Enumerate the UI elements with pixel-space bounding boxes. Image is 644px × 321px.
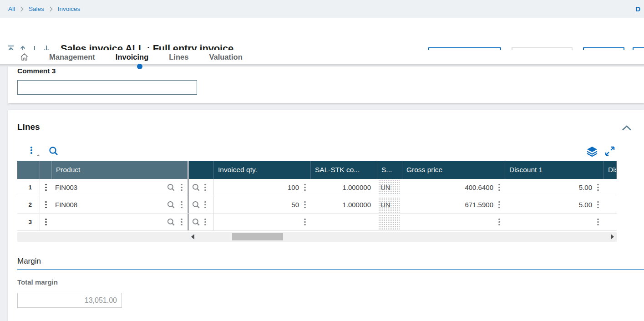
breadcrumb-item-sales[interactable]: Sales bbox=[29, 5, 44, 12]
invoiced-qty-cell[interactable]: 50 bbox=[214, 196, 311, 213]
col-header-discount2-label: Dis bbox=[604, 166, 617, 174]
cell-menu-icon[interactable] bbox=[204, 219, 206, 226]
comment3-input[interactable] bbox=[17, 80, 197, 95]
col-header-rownum[interactable] bbox=[17, 161, 40, 179]
row-number[interactable]: 3 bbox=[17, 214, 40, 230]
scrollbar-thumb[interactable] bbox=[232, 233, 283, 240]
sales-unit-value bbox=[378, 214, 401, 230]
cell-menu-icon[interactable] bbox=[181, 219, 183, 226]
grid-row-2: 2 FIN008 50 1.000000 bbox=[17, 196, 617, 214]
action-cell[interactable] bbox=[189, 179, 214, 196]
lines-panel: Lines Product bbox=[8, 110, 644, 321]
product-cell[interactable] bbox=[52, 214, 188, 230]
discount2-cell-cut bbox=[604, 196, 617, 213]
cell-menu-icon[interactable] bbox=[597, 184, 599, 191]
col-header-gross-price[interactable]: Gross price bbox=[402, 161, 505, 179]
col-header-sal-stk[interactable]: SAL-STK co... bbox=[311, 161, 377, 179]
row-menu-icon[interactable] bbox=[40, 196, 52, 213]
col-header-action[interactable] bbox=[189, 161, 214, 179]
breadcrumb-right-text[interactable]: D bbox=[635, 5, 640, 13]
action-cell[interactable] bbox=[189, 214, 214, 230]
cell-menu-icon[interactable] bbox=[181, 184, 183, 191]
sal-stk-conv-cell[interactable]: 1.000000 bbox=[311, 196, 377, 213]
row-menu-icon[interactable] bbox=[40, 179, 52, 196]
product-cell[interactable]: FIN008 bbox=[52, 196, 188, 213]
cell-menu-icon[interactable] bbox=[304, 201, 306, 209]
collapse-section-icon[interactable] bbox=[622, 125, 632, 131]
cell-menu-icon[interactable] bbox=[498, 201, 500, 209]
lines-section-title: Lines bbox=[17, 122, 40, 132]
tab-lines[interactable]: Lines bbox=[169, 53, 188, 61]
discount1-cell[interactable]: 5.00 bbox=[505, 179, 604, 196]
product-value: FIN003 bbox=[52, 183, 167, 191]
product-lookup-icon[interactable] bbox=[167, 218, 176, 227]
chevron-right-icon bbox=[20, 6, 24, 12]
product-lookup-icon[interactable] bbox=[167, 183, 176, 192]
sal-stk-conv-cell[interactable]: 1.000000 bbox=[311, 179, 377, 196]
margin-section-title: Margin bbox=[17, 257, 41, 266]
margin-section-divider bbox=[17, 269, 644, 270]
total-margin-label: Total margin bbox=[17, 278, 58, 286]
gross-price-cell[interactable]: 400.6400 bbox=[402, 179, 505, 196]
grid-horizontal-scrollbar[interactable] bbox=[17, 232, 617, 242]
breadcrumb: All Sales Invoices D bbox=[0, 0, 644, 18]
gross-price-cell[interactable] bbox=[402, 214, 505, 230]
cell-menu-icon[interactable] bbox=[597, 201, 599, 209]
grid-menu-icon[interactable] bbox=[30, 147, 32, 154]
product-cell[interactable]: FIN003 bbox=[52, 179, 188, 196]
cell-menu-icon[interactable] bbox=[304, 219, 306, 226]
lookup-icon[interactable] bbox=[192, 218, 201, 227]
tab-management[interactable]: Management bbox=[49, 53, 95, 61]
invoiced-qty-cell[interactable]: 100 bbox=[214, 179, 311, 196]
col-header-invoiced-qty-label: Invoiced qty. bbox=[214, 166, 257, 174]
sales-unit-cell: UN bbox=[377, 196, 402, 213]
sales-unit-cell: UN bbox=[377, 179, 402, 196]
sales-unit-value: UN bbox=[378, 180, 401, 195]
discount1-cell[interactable] bbox=[505, 214, 604, 230]
chevron-right-icon bbox=[49, 6, 53, 12]
row-menu-icon[interactable] bbox=[40, 214, 52, 230]
cell-menu-icon[interactable] bbox=[498, 219, 500, 226]
discount1-cell[interactable]: 5.00 bbox=[505, 196, 604, 213]
product-lookup-icon[interactable] bbox=[167, 200, 176, 209]
col-header-gross-price-label: Gross price bbox=[402, 166, 442, 174]
grid-fullscreen-icon[interactable] bbox=[604, 146, 615, 157]
lookup-icon[interactable] bbox=[192, 200, 201, 209]
col-header-discount1[interactable]: Discount 1 bbox=[505, 161, 604, 179]
action-cell[interactable] bbox=[189, 196, 214, 213]
cell-menu-icon[interactable] bbox=[204, 184, 206, 191]
col-header-handle[interactable] bbox=[40, 161, 52, 179]
col-header-discount1-label: Discount 1 bbox=[505, 166, 543, 174]
col-header-invoiced-qty[interactable]: Invoiced qty. bbox=[214, 161, 311, 179]
cell-menu-icon[interactable] bbox=[597, 219, 599, 226]
sales-unit-cell bbox=[377, 214, 402, 230]
gross-price-cell[interactable]: 671.5900 bbox=[402, 196, 505, 213]
lookup-icon[interactable] bbox=[192, 183, 201, 192]
tab-valuation[interactable]: Valuation bbox=[209, 53, 242, 61]
tab-invoicing[interactable]: Invoicing bbox=[116, 53, 148, 61]
breadcrumb-item-invoices[interactable]: Invoices bbox=[58, 5, 81, 12]
breadcrumb-item-all[interactable]: All bbox=[8, 5, 15, 12]
col-header-product[interactable]: Product bbox=[52, 161, 188, 179]
title-bar: Sales invoice ALL : Full entry invoice O… bbox=[0, 18, 644, 50]
grid-menu-caret-icon bbox=[37, 154, 40, 157]
cell-menu-icon[interactable] bbox=[304, 184, 306, 191]
grid-layers-icon[interactable] bbox=[586, 146, 598, 157]
cell-menu-icon[interactable] bbox=[181, 201, 183, 209]
product-value: FIN008 bbox=[52, 201, 167, 209]
row-number[interactable]: 1 bbox=[17, 179, 40, 196]
home-tab[interactable] bbox=[20, 53, 29, 61]
scroll-left-arrow-icon[interactable] bbox=[191, 234, 194, 239]
sal-stk-conv-cell[interactable] bbox=[311, 214, 377, 230]
conv-value: 1.000000 bbox=[311, 183, 377, 191]
row-number[interactable]: 2 bbox=[17, 196, 40, 213]
grid-search-icon[interactable] bbox=[48, 146, 59, 157]
col-header-sales-unit[interactable]: S... bbox=[377, 161, 402, 179]
discount1-value: 5.00 bbox=[505, 183, 592, 191]
col-header-discount2-cut[interactable]: Dis bbox=[604, 161, 617, 179]
scroll-right-arrow-icon[interactable] bbox=[611, 234, 614, 239]
invoiced-qty-cell[interactable] bbox=[214, 214, 311, 230]
cell-menu-icon[interactable] bbox=[204, 201, 206, 209]
grid-toolbar bbox=[8, 146, 644, 158]
cell-menu-icon[interactable] bbox=[498, 184, 500, 191]
